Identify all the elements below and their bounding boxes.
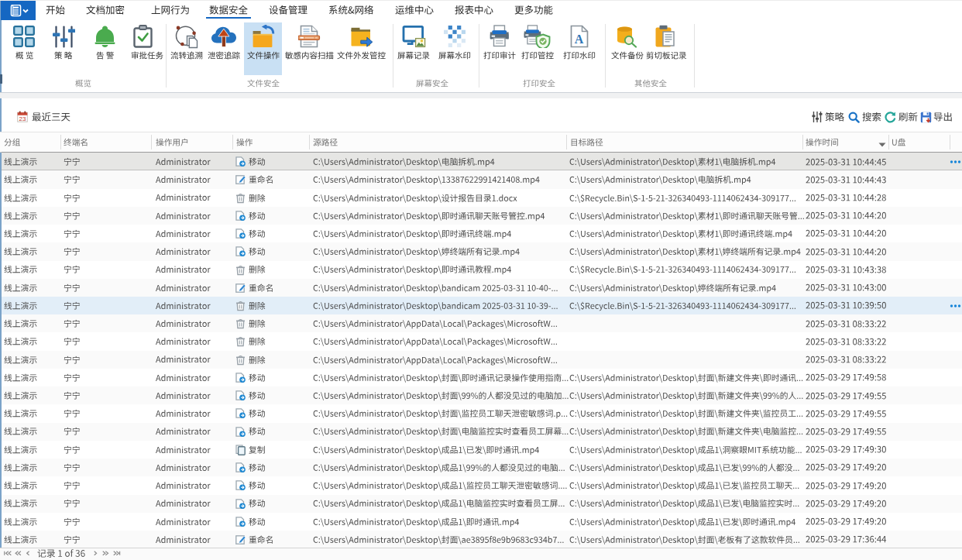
svg-text:23: 23 — [19, 115, 26, 122]
svg-text:A: A — [575, 33, 584, 46]
